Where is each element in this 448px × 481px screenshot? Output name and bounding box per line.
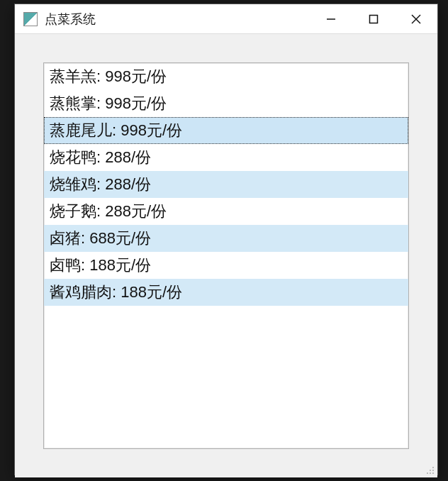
svg-point-6 <box>432 470 434 471</box>
menu-listbox[interactable]: 蒸羊羔: 998元/份蒸熊掌: 998元/份蒸鹿尾儿: 998元/份烧花鸭: 2… <box>43 62 409 449</box>
close-icon <box>411 14 421 24</box>
background-editor-hint <box>0 0 14 481</box>
svg-point-8 <box>430 472 431 474</box>
resize-grip-icon[interactable] <box>423 463 435 475</box>
maximize-button[interactable] <box>352 4 395 34</box>
svg-point-5 <box>430 470 431 471</box>
list-item[interactable]: 卤猪: 688元/份 <box>44 225 408 252</box>
list-item[interactable]: 卤鸭: 188元/份 <box>44 252 408 279</box>
minimize-button[interactable] <box>310 4 352 34</box>
list-item[interactable]: 蒸羊羔: 998元/份 <box>44 63 408 90</box>
window-title: 点菜系统 <box>45 11 96 28</box>
close-button[interactable] <box>395 4 437 34</box>
svg-point-4 <box>432 467 434 468</box>
client-area: 蒸羊羔: 998元/份蒸熊掌: 998元/份蒸鹿尾儿: 998元/份烧花鸭: 2… <box>15 34 437 477</box>
list-item[interactable]: 烧雏鸡: 288/份 <box>44 171 408 198</box>
list-item[interactable]: 蒸熊掌: 998元/份 <box>44 90 408 117</box>
list-item[interactable]: 烧子鹅: 288元/份 <box>44 198 408 225</box>
svg-rect-1 <box>370 15 378 23</box>
app-icon <box>23 12 38 26</box>
minimize-icon <box>326 14 336 24</box>
titlebar[interactable]: 点菜系统 <box>15 4 437 34</box>
list-item[interactable]: 烧花鸭: 288/份 <box>44 144 408 171</box>
app-window: 点菜系统 蒸羊羔: 998元/份蒸熊掌: 998元/份蒸鹿尾儿: 998元/份烧… <box>14 4 438 475</box>
list-item[interactable]: 蒸鹿尾儿: 998元/份 <box>44 117 408 144</box>
maximize-icon <box>369 14 379 24</box>
list-item[interactable]: 酱鸡腊肉: 188元/份 <box>44 279 408 306</box>
svg-point-7 <box>427 472 428 474</box>
svg-point-9 <box>432 472 434 474</box>
